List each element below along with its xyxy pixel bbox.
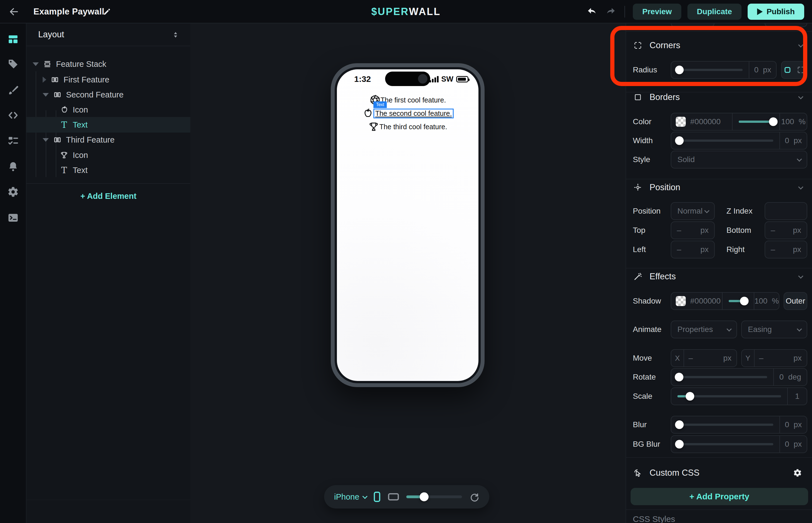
top-input[interactable]: –px — [671, 221, 715, 239]
move-y-input[interactable]: Y – px — [741, 349, 807, 367]
paywall-title: Example Paywall — [33, 0, 104, 23]
scale-slider[interactable] — [671, 388, 787, 404]
radius-slider[interactable] — [671, 61, 749, 78]
blur-label: Blur — [633, 416, 647, 434]
zoom-slider[interactable] — [406, 495, 462, 498]
border-width-value[interactable]: 0 px — [780, 136, 807, 145]
rail-styles-tab[interactable] — [7, 84, 19, 96]
landscape-device-button[interactable] — [388, 493, 399, 501]
tree-item-second-feature[interactable]: Second Feature — [27, 87, 190, 103]
chevron-expanded-icon[interactable] — [42, 93, 49, 97]
color-swatch[interactable] — [676, 296, 686, 306]
radius-field: 0 px — [671, 61, 777, 79]
rail-checklist-tab[interactable] — [7, 134, 19, 147]
slider-thumb[interactable] — [675, 420, 684, 429]
move-x-input[interactable]: X – px — [671, 349, 737, 367]
zoom-slider-thumb[interactable] — [420, 492, 428, 501]
chevron-expanded-icon[interactable] — [42, 138, 49, 142]
chevron-down-icon[interactable] — [798, 273, 803, 278]
chevron-down-icon[interactable] — [798, 42, 803, 47]
tree-item-third-feature[interactable]: Third Feature — [27, 132, 190, 148]
portrait-device-button[interactable] — [373, 491, 381, 502]
tree-item-icon[interactable]: Icon — [27, 102, 190, 118]
slider-thumb[interactable] — [740, 297, 749, 306]
position-section-header[interactable]: Position — [626, 179, 812, 196]
border-opacity-value[interactable]: 100 % — [780, 117, 807, 126]
bottom-label: Bottom — [726, 221, 751, 239]
bg-blur-slider[interactable] — [671, 436, 779, 453]
shadow-mode-button[interactable]: Outer — [783, 292, 807, 310]
chevron-down-icon[interactable] — [798, 94, 803, 99]
zindex-input[interactable] — [765, 202, 807, 220]
add-property-button[interactable]: + Add Property — [631, 488, 808, 505]
tree-item-first-feature[interactable]: First Feature — [27, 72, 190, 87]
sort-icon[interactable] — [171, 31, 180, 39]
css-settings-gear-icon[interactable] — [793, 468, 802, 477]
top-label: Top — [633, 221, 646, 239]
publish-button[interactable]: Publish — [748, 4, 804, 20]
duplicate-button[interactable]: Duplicate — [687, 4, 741, 20]
chevron-down-icon — [726, 326, 731, 331]
slider-thumb[interactable] — [769, 118, 778, 126]
slider-thumb[interactable] — [675, 137, 684, 145]
rail-console-tab[interactable] — [7, 212, 19, 224]
border-opacity-slider[interactable] — [732, 113, 779, 130]
rail-tags-tab[interactable] — [7, 58, 19, 70]
chevron-expanded-icon[interactable] — [33, 62, 39, 66]
scale-value[interactable]: 1 — [788, 392, 807, 401]
feature-row-selected[interactable]: Text The second cool feature. — [362, 107, 453, 120]
border-width-slider[interactable] — [671, 132, 779, 149]
preview-button[interactable]: Preview — [633, 4, 681, 20]
custom-css-section-header[interactable]: Custom CSS — [626, 464, 812, 482]
rail-settings-tab[interactable] — [7, 186, 19, 198]
effects-section-header[interactable]: Effects — [626, 268, 812, 285]
rail-code-tab[interactable] — [7, 109, 19, 122]
right-input[interactable]: –px — [765, 240, 807, 258]
redo-button[interactable] — [604, 5, 617, 18]
bottom-input[interactable]: –px — [765, 221, 807, 239]
tree-item-feature-stack[interactable]: Feature Stack — [27, 56, 190, 72]
shadow-hex-input[interactable]: #000000 — [690, 296, 722, 306]
editor-canvas[interactable]: 1:32 SW — [190, 23, 625, 523]
bg-blur-value[interactable]: 0 px — [780, 440, 807, 449]
left-input[interactable]: –px — [671, 240, 715, 258]
device-toolbar: iPhone — [324, 485, 489, 508]
back-button[interactable] — [8, 5, 20, 18]
rotate-slider[interactable] — [671, 369, 773, 385]
animate-easing-select[interactable]: Easing — [741, 321, 807, 338]
uniform-corners-button[interactable] — [783, 66, 792, 74]
border-style-select[interactable]: Solid — [671, 151, 807, 168]
blur-slider[interactable] — [671, 416, 779, 433]
color-swatch[interactable] — [676, 117, 686, 127]
rotate-value[interactable]: 0 deg — [774, 373, 807, 381]
blur-value[interactable]: 0 px — [780, 420, 807, 429]
add-element-button[interactable]: + Add Element — [27, 188, 190, 204]
chevron-collapsed-icon[interactable] — [42, 77, 46, 83]
paywall-screen[interactable]: 1:32 SW — [337, 69, 478, 381]
rail-layout-tab[interactable] — [7, 33, 19, 46]
radius-value[interactable]: 0 px — [749, 66, 776, 74]
shadow-opacity-value[interactable]: 100 % — [754, 296, 779, 306]
edit-pencil-icon[interactable] — [103, 7, 111, 16]
animate-properties-select[interactable]: Properties — [671, 321, 737, 338]
slider-thumb[interactable] — [675, 373, 684, 381]
feature-row[interactable]: The third cool feature. — [368, 120, 447, 133]
refresh-button[interactable] — [469, 492, 479, 502]
tree-item-text[interactable]: T Text — [27, 162, 190, 178]
tree-item-text-selected[interactable]: T Text — [27, 117, 190, 132]
position-mode-select[interactable]: Normal — [671, 202, 715, 220]
corners-section-header[interactable]: Corners — [626, 37, 812, 54]
individual-corners-button[interactable] — [797, 66, 805, 74]
slider-thumb[interactable] — [686, 392, 694, 401]
chevron-down-icon[interactable] — [798, 184, 803, 190]
tree-item-icon[interactable]: Icon — [27, 147, 190, 163]
slider-thumb[interactable] — [675, 440, 684, 449]
borders-section-header[interactable]: Borders — [626, 89, 812, 106]
color-hex-input[interactable]: #000000 — [690, 117, 732, 126]
shadow-opacity-slider[interactable] — [723, 293, 754, 309]
panel-divider — [27, 183, 190, 184]
device-select[interactable]: iPhone — [334, 492, 366, 502]
undo-button[interactable] — [586, 5, 598, 18]
slider-thumb[interactable] — [675, 66, 684, 74]
rail-notifications-tab[interactable] — [7, 160, 19, 173]
